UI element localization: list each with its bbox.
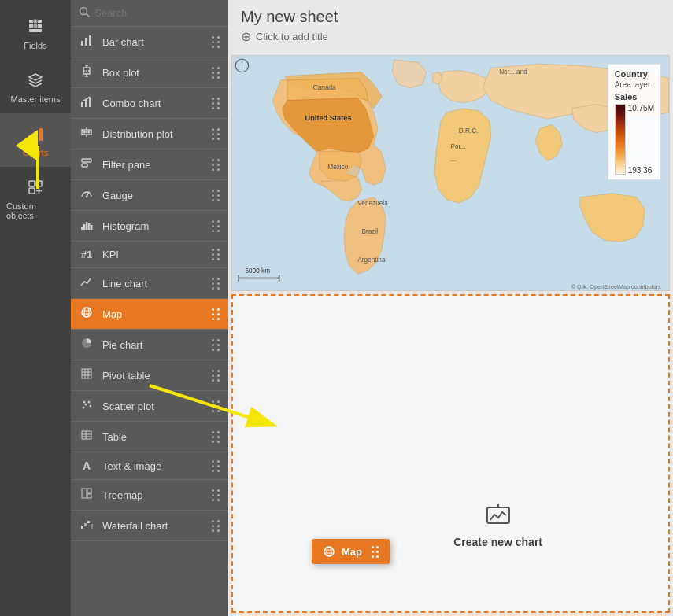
filter-pane-icon: [79, 157, 94, 172]
add-title-label: Click to add title: [256, 31, 328, 42]
legend-subtitle: Area layer: [615, 80, 654, 89]
chart-item-distribution-plot[interactable]: Distribution plot: [71, 119, 228, 149]
chart-item-line-chart[interactable]: Line chart: [71, 268, 228, 299]
combo-chart-icon: [79, 95, 94, 111]
svg-point-42: [82, 308, 91, 317]
legend-measure: Sales: [615, 92, 654, 101]
svg-rect-60: [82, 489, 87, 498]
svg-point-30: [83, 131, 86, 134]
treemap-label: Treemap: [102, 489, 204, 501]
svg-rect-37: [81, 227, 83, 230]
sidebar-item-fields[interactable]: Fields: [0, 6, 71, 60]
table-label: Table: [102, 431, 204, 443]
chart-item-bar-chart[interactable]: Bar chart: [71, 27, 228, 57]
drag-handle-bar: [212, 36, 220, 48]
drag-handle-scatter: [212, 400, 220, 412]
svg-point-36: [86, 196, 88, 198]
svg-point-32: [88, 131, 91, 134]
waterfall-chart-label: Waterfall chart: [102, 520, 204, 532]
search-input[interactable]: [94, 7, 220, 19]
legend-max: 10.75M: [628, 104, 654, 113]
drag-handle-kpi: [212, 249, 220, 260]
chart-item-histogram[interactable]: Histogram: [71, 211, 228, 242]
sidebar-charts-label: Charts: [23, 148, 48, 157]
search-box: [71, 0, 228, 27]
chart-item-kpi[interactable]: #1 KPI: [71, 242, 228, 268]
charts-panel: Bar chart Box plot: [71, 0, 228, 616]
drag-handle-treemap: [212, 489, 220, 501]
add-title-icon: ⊕: [241, 29, 251, 44]
line-chart-label: Line chart: [102, 278, 204, 290]
svg-text:Nor... and: Nor... and: [499, 68, 527, 76]
svg-point-86: [327, 547, 331, 556]
svg-rect-15: [81, 41, 83, 46]
chart-item-pivot-table[interactable]: Pivot table: [71, 360, 228, 391]
svg-point-31: [86, 131, 88, 134]
drag-handle-pie: [212, 339, 220, 351]
create-chart-area: Create new chart: [453, 501, 542, 548]
create-chart-label: Create new chart: [453, 536, 542, 548]
svg-rect-34: [82, 164, 87, 167]
map-visualization: 5000 km United States Canada Mexico Braz…: [231, 55, 670, 291]
svg-point-51: [83, 407, 85, 409]
text-image-icon: A: [79, 459, 94, 472]
chart-item-gauge[interactable]: Gauge: [71, 180, 228, 211]
sidebar-master-label: Master items: [11, 94, 61, 104]
drag-handle-filter: [212, 159, 220, 171]
table-icon: [79, 429, 94, 444]
sidebar-item-charts[interactable]: Charts: [0, 113, 71, 167]
chart-item-treemap[interactable]: Treemap: [71, 480, 228, 511]
svg-rect-63: [81, 526, 83, 529]
chart-item-box-plot[interactable]: Box plot: [71, 57, 228, 88]
sidebar-item-custom-objects[interactable]: Custom objects: [0, 167, 71, 230]
svg-text:D.R.C.: D.R.C.: [459, 127, 479, 135]
combo-chart-label: Combo chart: [102, 98, 204, 109]
pie-chart-icon: [79, 337, 94, 352]
svg-point-4: [33, 24, 38, 28]
drop-zone[interactable]: Map Create new chart: [231, 294, 670, 613]
chart-item-pie-chart[interactable]: Pie chart: [71, 330, 228, 360]
add-title-row[interactable]: ⊕ Click to add title: [241, 26, 660, 47]
treemap-icon: [79, 487, 94, 503]
svg-rect-9: [36, 181, 42, 186]
svg-rect-62: [87, 494, 91, 498]
svg-point-43: [84, 308, 89, 317]
svg-rect-56: [82, 431, 91, 439]
distribution-plot-icon: [79, 126, 94, 142]
chart-item-waterfall-chart[interactable]: Waterfall chart: [71, 511, 228, 541]
drag-handle-dist: [212, 128, 220, 140]
chart-item-filter-pane[interactable]: Filter pane: [71, 149, 228, 180]
svg-point-55: [83, 401, 86, 404]
svg-rect-10: [29, 188, 35, 194]
svg-text:5000 km: 5000 km: [245, 267, 270, 275]
sidebar-custom-label: Custom objects: [6, 201, 65, 220]
drag-handle-text: [212, 460, 220, 472]
map-legend: Country Area layer Sales 10.75M 193.36: [608, 64, 661, 180]
line-chart-icon: [79, 275, 94, 291]
chart-item-scatter-plot[interactable]: Scatter plot: [71, 391, 228, 422]
chart-item-map[interactable]: Map: [71, 299, 228, 330]
svg-rect-17: [89, 35, 91, 46]
svg-rect-61: [87, 489, 91, 493]
chart-item-table[interactable]: Table: [71, 422, 228, 452]
histogram-icon: [79, 218, 94, 234]
svg-rect-2: [29, 29, 42, 32]
sidebar-item-master-items[interactable]: Master items: [0, 60, 71, 113]
box-plot-label: Box plot: [102, 67, 204, 79]
box-plot-icon: [79, 65, 94, 80]
sheet-title: My new sheet: [241, 8, 660, 26]
fields-icon: [24, 16, 46, 38]
gauge-icon: [79, 187, 94, 203]
chart-list: Bar chart Box plot: [71, 27, 228, 616]
dragged-map-item: Map: [312, 539, 390, 564]
bar-chart-icon: [79, 34, 94, 50]
svg-rect-41: [91, 225, 93, 230]
chart-item-combo-chart[interactable]: Combo chart: [71, 88, 228, 119]
svg-text:Por...: Por...: [451, 143, 466, 150]
legend-color-bar: [615, 104, 626, 175]
svg-text:© Qlik. OpenStreetMap contribu: © Qlik. OpenStreetMap contributors: [571, 283, 661, 290]
chart-item-text-image[interactable]: A Text & image: [71, 452, 228, 480]
drag-handle-pivot: [212, 370, 220, 382]
svg-rect-26: [89, 98, 91, 107]
svg-rect-46: [82, 369, 91, 378]
